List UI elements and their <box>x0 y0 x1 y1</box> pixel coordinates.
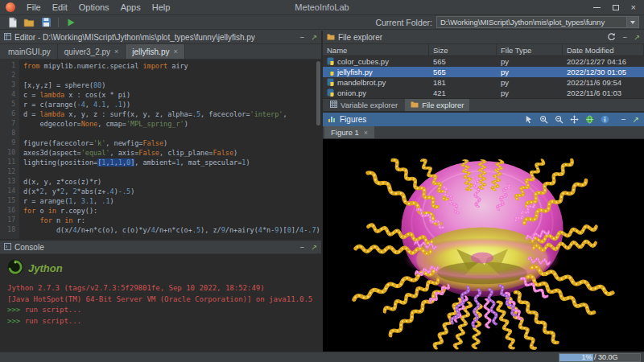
editor-title: Editor - D:\Working\MIScript\Jython\mis\… <box>14 33 255 42</box>
run-script-button[interactable] <box>64 16 78 29</box>
tab-variable-explorer[interactable]: Variable explorer <box>324 99 403 111</box>
console-panel-header: Console − ↗ <box>0 241 321 254</box>
editor-tab-mainGUI.py[interactable]: mainGUI.py <box>2 44 58 59</box>
code-line[interactable]: 16for o in r.copy(): <box>0 206 321 216</box>
console-line: >>> run script... <box>7 305 314 316</box>
scrollbar-thumb[interactable] <box>316 61 320 125</box>
float-icon[interactable]: ↗ <box>311 243 317 252</box>
editor-tab-quiver3_2.py[interactable]: quiver3_2.py× <box>58 44 126 59</box>
main-toolbar: Current Folder: D:\Working\MIScript\Jyth… <box>0 15 644 30</box>
column-header-name[interactable]: Name <box>323 44 429 56</box>
python-file-icon <box>327 88 334 98</box>
status-bar: 1% / 30.0G <box>0 352 644 362</box>
left-column: Editor - D:\Working\MIScript\Jython\mis\… <box>0 31 321 352</box>
code-line[interactable]: 5r = c(arange(-4, 4.1, .1)) <box>0 100 321 109</box>
new-file-button[interactable] <box>5 16 19 29</box>
menu-help[interactable]: Help <box>147 0 176 14</box>
console-output-area[interactable]: Jython Jython 2.7.3 (tags/v2.7.3:5f29801… <box>0 254 321 352</box>
file-row-onion.py[interactable]: onion.py421py2022/11/6 01:03 <box>323 88 644 98</box>
code-area: 1from mipylib.numeric.special import air… <box>0 61 321 235</box>
code-line[interactable]: 4c = lambda x : cos(x * pi) <box>0 90 321 100</box>
identify-icon[interactable] <box>600 114 610 125</box>
memory-usage-text: 1% / 30.0G <box>581 353 617 361</box>
open-file-button[interactable] <box>22 16 36 29</box>
code-line[interactable]: 7 edgecolor=None, cmap='MPL_spring_r') <box>0 119 321 129</box>
menu-options[interactable]: Options <box>73 0 115 14</box>
zoom-in-icon[interactable] <box>539 114 549 125</box>
jellyfish-plot <box>323 139 644 352</box>
file-explorer-panel-icon <box>327 33 335 42</box>
window-close-icon[interactable]: × <box>631 3 636 11</box>
editor-tab-bar: mainGUI.pyquiver3_2.py×jellyfish.py× <box>0 44 321 60</box>
code-line[interactable]: 8 <box>0 129 321 138</box>
menu-file[interactable]: File <box>21 0 47 14</box>
window-controls: × <box>593 3 644 11</box>
column-header-file-type[interactable]: File Type <box>497 44 563 56</box>
file-row-color_cubes.py[interactable]: color_cubes.py565py2022/12/27 04:16 <box>323 56 644 67</box>
app-logo-icon <box>6 2 15 12</box>
current-folder-value[interactable]: D:\Working\MIScript\Jython\mis\plot_type… <box>437 18 626 27</box>
toolbar-separator <box>58 18 59 27</box>
column-header-date-modified[interactable]: Date Modified <box>563 44 644 56</box>
code-line[interactable]: 2 <box>0 71 321 80</box>
code-line[interactable]: 17 for n in r: <box>0 216 321 225</box>
float-icon[interactable]: ↗ <box>633 115 639 124</box>
figures-panel-icon <box>328 115 336 125</box>
code-line[interactable]: 1from mipylib.numeric.special import air… <box>0 61 321 71</box>
float-icon[interactable]: ↗ <box>311 33 317 42</box>
file-table-body: color_cubes.py565py2022/12/27 04:16jelly… <box>323 56 644 98</box>
minimize-icon[interactable]: − <box>622 33 627 42</box>
figures-title: Figures <box>340 115 366 124</box>
tab-close-icon[interactable]: × <box>364 129 368 137</box>
full-extent-icon[interactable] <box>584 114 595 125</box>
combo-dropdown-icon[interactable] <box>626 17 638 27</box>
current-folder-combobox[interactable]: D:\Working\MIScript\Jython\mis\plot_type… <box>436 16 639 28</box>
current-folder-box: Current Folder: D:\Working\MIScript\Jyth… <box>375 16 639 28</box>
pan-icon[interactable] <box>569 114 580 125</box>
tab-close-icon[interactable]: × <box>114 47 118 56</box>
select-icon[interactable] <box>523 114 534 125</box>
window-maximize-icon[interactable] <box>613 5 619 10</box>
file-row-jellyfish.py[interactable]: jellyfish.py565py2022/12/30 01:05 <box>323 67 644 77</box>
refresh-icon[interactable] <box>607 32 616 43</box>
file-row-mandelbrot.py[interactable]: mandelbrot.py181py2022/11/6 09:54 <box>323 77 644 88</box>
figures-panel: Figures − ↗ Figure 1 × <box>323 113 644 352</box>
console-line: [Java HotSpot(TM) 64-Bit Server VM (Orac… <box>7 294 314 306</box>
window-minimize-icon[interactable] <box>593 7 601 8</box>
code-editor[interactable]: 1from mipylib.numeric.special import air… <box>0 60 321 239</box>
editor-tab-jellyfish.py[interactable]: jellyfish.py× <box>126 44 184 59</box>
menu-edit[interactable]: Edit <box>47 0 73 14</box>
code-line[interactable]: 13d(x, y, z*cos(z)*r) <box>0 177 321 187</box>
console-panel: Console − ↗ Jython Jython 2.7.3 (tags/v2… <box>0 241 321 352</box>
save-file-button[interactable] <box>39 16 53 29</box>
minimize-icon[interactable]: − <box>299 243 304 252</box>
memory-indicator[interactable]: 1% / 30.0G <box>559 353 641 362</box>
tab-file-explorer[interactable]: File explorer <box>405 99 469 111</box>
column-header-size[interactable]: Size <box>429 44 497 56</box>
minimize-icon[interactable]: − <box>299 33 304 42</box>
float-icon[interactable]: ↗ <box>634 33 640 42</box>
code-line[interactable]: 12 <box>0 167 321 177</box>
figures-panel-header: Figures − ↗ <box>323 113 644 126</box>
tab-figure-1[interactable]: Figure 1 × <box>324 126 374 138</box>
python-file-icon <box>327 68 334 77</box>
file-explorer-title: File explorer <box>338 33 382 42</box>
menu-bar-items: FileEditOptionsAppsHelp <box>21 0 175 14</box>
code-line[interactable]: 3[x,y,z] = sphere(80) <box>0 80 321 90</box>
menu-apps[interactable]: Apps <box>115 0 147 14</box>
minimize-icon[interactable]: − <box>621 115 626 124</box>
code-line[interactable]: 15r = arange(1, 3.1, .1) <box>0 196 321 206</box>
editor-scrollbar[interactable] <box>316 60 321 239</box>
tab-close-icon[interactable]: × <box>173 47 177 56</box>
code-line[interactable]: 14d(x*2, y*2, 2*abs(z+.4)-.5) <box>0 187 321 196</box>
console-line: >>> run script... <box>7 316 314 327</box>
figures-toolbar: − ↗ <box>523 114 639 125</box>
code-line[interactable]: 6d = lambda x, y, z : surf(x, y, z, alph… <box>0 109 321 119</box>
code-line[interactable]: 11lighting(position=[1,1,1,0], ambient=1… <box>0 158 321 167</box>
code-line[interactable]: 9figure(facecolor='k', newfig=False) <box>0 138 321 148</box>
zoom-out-icon[interactable] <box>554 114 564 125</box>
title-bar: FileEditOptionsAppsHelp MeteoInfoLab × <box>0 0 644 15</box>
code-line[interactable]: 18 d(x/4/n+n*c(o), c(o)*y/4/n+n*c(o+.5),… <box>0 225 321 235</box>
figure-canvas[interactable] <box>323 139 644 352</box>
code-line[interactable]: 10axes3d(aspect='equal', axis=False, cli… <box>0 148 321 158</box>
